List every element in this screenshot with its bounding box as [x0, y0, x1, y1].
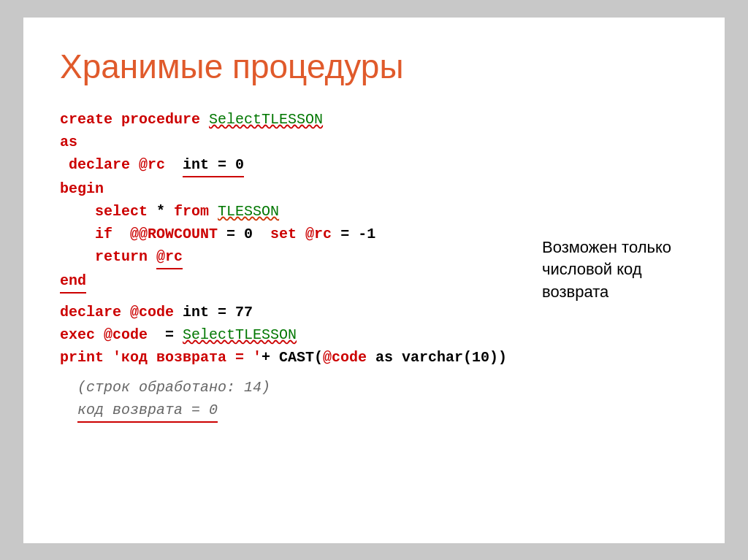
var-rc3: @rc: [156, 248, 183, 265]
kw-exec: exec: [60, 326, 104, 343]
plain-eq2: = -1: [332, 226, 375, 242]
kw-from: from: [174, 203, 218, 220]
string-literal: 'код возврата = ': [112, 349, 262, 366]
kw-set: set: [270, 226, 305, 242]
code-line-11: print 'код возврата = '+ CAST(@code as v…: [60, 346, 688, 369]
proc-name-call: SelectTLESSON: [183, 326, 297, 343]
plain-eq1: = 0: [218, 226, 270, 242]
kw-declare2: declare: [60, 304, 130, 321]
side-note: Возможен только числовой код возврата: [542, 237, 688, 304]
plain-concat: + CAST(: [262, 349, 323, 366]
spacer-2: [60, 369, 688, 376]
code-line-1: create procedure SelectTLESSON: [60, 108, 688, 131]
kw-return: return: [95, 248, 156, 265]
kw-create: create procedure: [60, 111, 209, 128]
plain-as: as varchar(10)): [367, 349, 507, 366]
code-line-3: declare @rc int = 0: [60, 153, 688, 177]
plain-star: *: [148, 203, 174, 220]
slide: Хранимые процедуры create procedure Sele…: [23, 18, 725, 543]
tlesson-ref: TLESSON: [218, 203, 279, 220]
plain-eq3: =: [148, 326, 183, 343]
var-rowcount: @@ROWCOUNT: [130, 226, 218, 242]
var-rc: @rc: [139, 156, 165, 173]
code-line-12: (строк обработано: 14): [60, 376, 688, 399]
slide-title: Хранимые процедуры: [60, 47, 688, 86]
plain-int: int = 0: [165, 156, 244, 173]
proc-name: SelectTLESSON: [209, 111, 323, 128]
plain-int2: int = 77: [174, 304, 253, 321]
code-line-2: as: [60, 131, 688, 153]
code-line-10: exec @code = SelectTLESSON: [60, 323, 688, 346]
kw-declare: declare: [69, 156, 139, 173]
kw-end: end: [60, 272, 86, 289]
code-line-4: begin: [60, 177, 688, 200]
code-line-13: код возврата = 0: [60, 399, 688, 423]
kw-begin: begin: [60, 180, 104, 197]
kw-as: as: [60, 134, 77, 150]
var-rc2: @rc: [305, 226, 332, 242]
var-code: @code: [130, 304, 174, 321]
var-code3: @code: [323, 349, 367, 366]
plain-spaces: [112, 226, 130, 242]
var-code2: @code: [104, 326, 148, 343]
side-note-text: Возможен только числовой код возврата: [542, 238, 671, 302]
kw-print: print: [60, 349, 112, 366]
kw-if: if: [95, 226, 112, 242]
code-line-5: select * from TLESSON: [60, 200, 688, 223]
kw-select: select: [95, 203, 148, 220]
code-line-9: declare @code int = 77: [60, 301, 688, 323]
